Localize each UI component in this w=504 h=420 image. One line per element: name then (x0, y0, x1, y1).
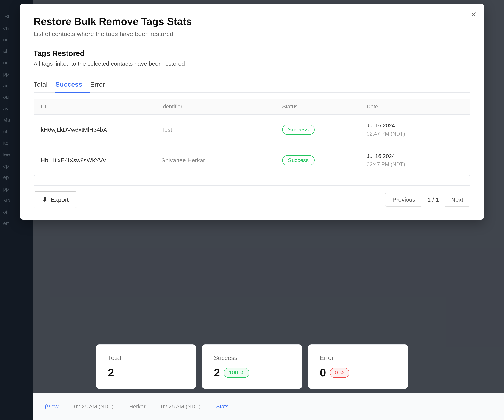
modal-footer: ⬇ Export Previous 1 / 1 Next (34, 186, 470, 208)
modal-title: Restore Bulk Remove Tags Stats (34, 16, 470, 27)
results-table: ID Identifier Status Date kH6wjLkDVw6xtM… (34, 99, 470, 176)
row2-date-line1: Jul 16 2024 (367, 153, 395, 159)
table-header: ID Identifier Status Date (34, 99, 470, 115)
tabs-container: Total Success Error (34, 77, 470, 93)
close-button[interactable]: × (471, 10, 476, 19)
modal-subtitle: List of contacts where the tags have bee… (34, 30, 470, 38)
error-percent-badge: 0 % (330, 368, 349, 378)
row2-date: Jul 16 2024 02:47 PM (NDT) (367, 152, 463, 169)
page-info: 1 / 1 (426, 196, 441, 203)
row2-identifier: Shivanee Herkar (162, 157, 282, 164)
stats-link[interactable]: Stats (216, 403, 228, 410)
row1-status-badge: Success (282, 125, 315, 135)
stat-card-error: Error 0 0 % (308, 344, 408, 389)
export-label: Export (51, 196, 69, 203)
row1-status: Success (282, 125, 367, 135)
stat-card-total: Total 2 (96, 344, 196, 389)
success-percent-badge: 100 % (224, 368, 249, 378)
row1-date-line2: 02:47 PM (NDT) (367, 131, 405, 137)
stats-row: Total 2 Success 2 100 % Error 0 0 % (96, 344, 408, 389)
col-header-identifier: Identifier (162, 103, 282, 110)
bottom-name: Herkar (129, 403, 145, 410)
error-value: 0 (320, 366, 326, 379)
total-value-row: 2 (108, 366, 184, 379)
row1-date-line1: Jul 16 2024 (367, 122, 395, 128)
total-label: Total (108, 354, 184, 362)
pagination: Previous 1 / 1 Next (385, 193, 470, 207)
bottom-time2: 02:25 AM (NDT) (161, 403, 200, 410)
bottom-bar: (View 02:25 AM (NDT) Herkar 02:25 AM (ND… (33, 393, 504, 420)
success-label: Success (214, 354, 290, 362)
row2-status: Success (282, 155, 367, 165)
row1-id: kH6wjLkDVw6xtMlH34bA (41, 126, 162, 133)
table-row: kH6wjLkDVw6xtMlH34bA Test Success Jul 16… (34, 115, 470, 145)
row1-identifier: Test (162, 126, 282, 133)
row2-date-line2: 02:47 PM (NDT) (367, 162, 405, 167)
download-icon: ⬇ (42, 196, 48, 203)
section-desc: All tags linked to the selected contacts… (34, 60, 470, 67)
previous-button[interactable]: Previous (385, 193, 422, 207)
total-value: 2 (108, 366, 114, 379)
tab-success[interactable]: Success (55, 77, 90, 93)
error-label: Error (320, 354, 396, 362)
table-row: HbL1tixE4fXsw8sWkYVv Shivanee Herkar Suc… (34, 145, 470, 175)
section-title: Tags Restored (34, 49, 470, 58)
row2-status-badge: Success (282, 155, 315, 165)
bottom-time1: 02:25 AM (NDT) (74, 403, 114, 410)
col-header-status: Status (282, 103, 367, 110)
col-header-date: Date (367, 103, 463, 110)
tab-error[interactable]: Error (90, 77, 113, 93)
success-value: 2 (214, 366, 220, 379)
export-button[interactable]: ⬇ Export (34, 192, 78, 208)
next-button[interactable]: Next (444, 193, 470, 207)
error-value-row: 0 0 % (320, 366, 396, 379)
view-link[interactable]: (View (45, 403, 59, 410)
stat-card-success: Success 2 100 % (202, 344, 302, 389)
tab-total[interactable]: Total (34, 77, 55, 93)
col-header-id: ID (41, 103, 162, 110)
modal-dialog: × Restore Bulk Remove Tags Stats List of… (20, 4, 484, 220)
row1-date: Jul 16 2024 02:47 PM (NDT) (367, 122, 463, 138)
row2-id: HbL1tixE4fXsw8sWkYVv (41, 157, 162, 164)
success-value-row: 2 100 % (214, 366, 290, 379)
